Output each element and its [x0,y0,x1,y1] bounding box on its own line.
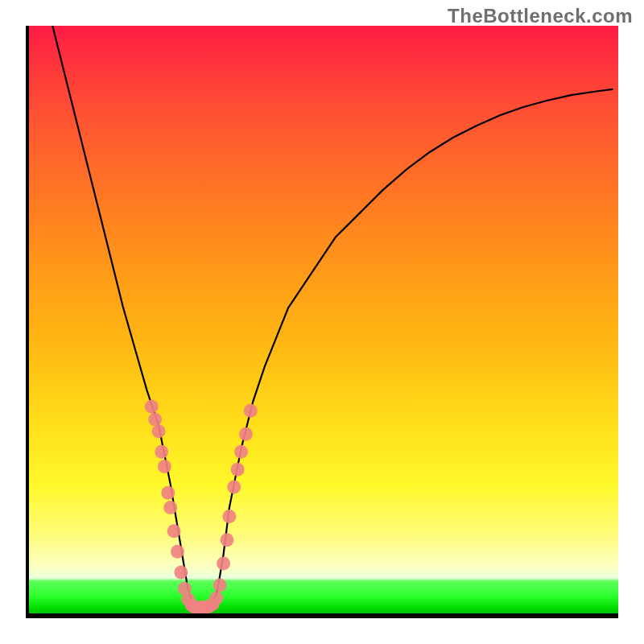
sample-point [158,460,171,473]
plot-area [26,26,618,618]
sample-point [145,400,159,414]
bottleneck-curve [52,26,612,610]
sample-point [234,445,248,459]
chart-overlay [29,26,618,613]
sample-point [155,445,168,459]
sample-point [163,501,177,514]
chart-frame: TheBottleneck.com [0,0,644,644]
sample-point [221,533,234,547]
sample-points [145,400,258,613]
sample-point [213,578,227,592]
sample-point [227,481,241,494]
sample-point [222,510,236,523]
sample-point [171,545,184,559]
sample-point [174,565,188,579]
sample-point [209,592,223,605]
watermark-text: TheBottleneck.com [448,5,633,27]
sample-point [239,427,253,441]
sample-point [152,424,166,438]
sample-point [244,404,258,418]
sample-point [161,486,175,500]
sample-point [217,556,230,570]
sample-point [231,463,245,477]
sample-point [148,413,162,427]
sample-point [167,524,181,538]
